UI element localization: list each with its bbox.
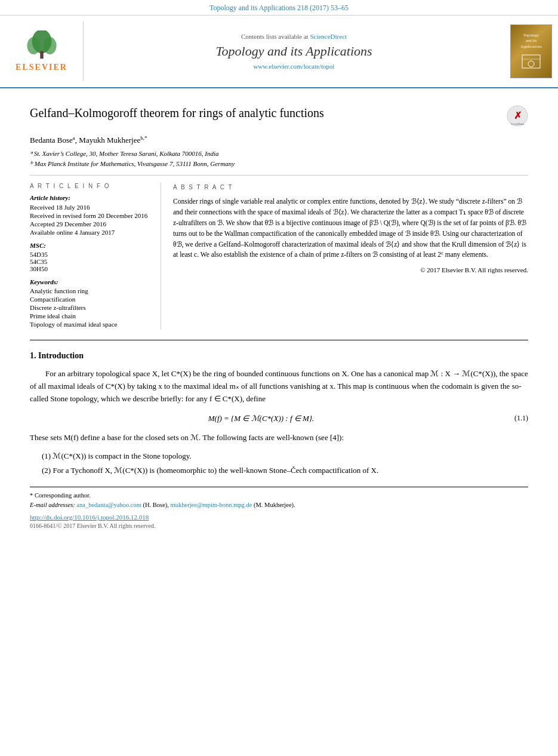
contents-available-label: Contents lists available at ScienceDirec… — [241, 33, 347, 40]
msc-3: 30H50 — [30, 265, 152, 272]
keyword-2: Compactification — [30, 296, 152, 303]
journal-name: Topology and its Applications — [215, 44, 372, 59]
elsevier-brand-text: ELSEVIER — [16, 63, 67, 72]
doi-line: http://dx.doi.org/10.1016/j.topol.2016.1… — [30, 514, 528, 521]
list-item-2: (2) For a Tychonoff X, ℳ(C*(X)) is (home… — [30, 465, 528, 477]
list-item-1: (1) ℳ(C*(X)) is compact in the Stone top… — [30, 450, 528, 463]
equation-text: M(f) = {M ∈ ℳ(C*(X)) : f ∈ M}. — [208, 414, 315, 423]
msc-2: 54C35 — [30, 258, 152, 265]
abstract-body-divider — [30, 340, 528, 340]
copyright-notice: © 2017 Elsevier B.V. All rights reserved… — [173, 265, 528, 275]
elsevier-leaf-icon — [18, 30, 66, 60]
elsevier-logo-block: ELSEVIER — [0, 21, 84, 81]
intro-number: 1. — [30, 351, 36, 360]
corresponding-author-note: * Corresponding author. E-mail addresses… — [30, 491, 528, 510]
svg-point-2 — [43, 37, 56, 54]
author-mukherjee-note: (M. Mukherjee). — [254, 502, 295, 508]
keywords-label: Keywords: — [30, 278, 152, 285]
journal-title-block: Contents lists available at ScienceDirec… — [84, 21, 504, 81]
affil-marker-a: a — [73, 135, 75, 141]
intro-title: Introduction — [38, 351, 84, 360]
equation-number: (1.1) — [492, 414, 528, 423]
journal-header: ELSEVIER Contents lists available at Sci… — [0, 16, 558, 88]
keyword-5: Topology of maximal ideal space — [30, 321, 152, 328]
journal-thumbnail-block: Topologyand itsApplications — [504, 21, 558, 81]
svg-rect-4 — [522, 55, 540, 68]
article-info-column: A R T I C L E I N F O Article history: R… — [30, 183, 161, 329]
msc-label: MSC: — [30, 242, 152, 249]
svg-text:CrossMark: CrossMark — [511, 122, 525, 125]
email-mukherjee[interactable]: mukherjee@mpim-bonn.mpg.de — [171, 502, 252, 508]
paper-title: Gelfand–Kolmogoroff theorem for rings of… — [30, 106, 501, 120]
star-note: * Corresponding author. — [30, 491, 528, 500]
footer-divider — [30, 487, 528, 487]
banner-text: Topology and its Applications 218 (2017)… — [209, 4, 349, 12]
journal-cover-text: Topologyand itsApplications — [520, 33, 542, 49]
article-info-heading: A R T I C L E I N F O — [30, 183, 152, 189]
article-history-block: Article history: Received 18 July 2016 R… — [30, 194, 152, 236]
header-divider — [30, 175, 528, 176]
affiliation-a: ᵃ St. Xavier’s College, 30, Mother Teres… — [30, 150, 528, 158]
svg-point-1 — [27, 37, 40, 54]
intro-paragraph-2: These sets M(f) define a base for the cl… — [30, 432, 528, 444]
keyword-4: Prime ideal chain — [30, 312, 152, 319]
revised-date: Received in revised form 20 December 201… — [30, 212, 152, 219]
email-bose[interactable]: ana_bedanta@yahoo.com — [76, 502, 141, 508]
doi-link[interactable]: http://dx.doi.org/10.1016/j.topol.2016.1… — [30, 514, 149, 521]
crossmark-icon: ✗ CrossMark — [507, 105, 528, 129]
issn-line: 0166-8641/© 2017 Elsevier B.V. All right… — [30, 523, 528, 529]
available-date: Available online 4 January 2017 — [30, 229, 152, 236]
equation-content: M(f) = {M ∈ ℳ(C*(X)) : f ∈ M}. — [30, 414, 492, 423]
main-content: Gelfand–Kolmogoroff theorem for rings of… — [0, 88, 558, 541]
journal-cover-thumb: Topologyand itsApplications — [510, 24, 552, 78]
svg-text:✗: ✗ — [514, 110, 522, 121]
author-bose-note: (H. Bose), — [143, 502, 171, 508]
author-mukherjee: Mayukh Mukherjeeb,* — [79, 136, 147, 145]
abstract-column: A B S T R A C T Consider rings of single… — [173, 183, 528, 329]
accepted-date: Accepted 29 December 2016 — [30, 220, 152, 228]
intro-paragraph-1: For an arbitrary topological space X, le… — [30, 368, 528, 405]
equation-1-1: M(f) = {M ∈ ℳ(C*(X)) : f ∈ M}. (1.1) — [30, 414, 528, 423]
intro-section-title: 1. Introduction — [30, 351, 528, 361]
affil-marker-b: b,* — [140, 135, 147, 141]
svg-rect-3 — [40, 51, 43, 59]
abstract-text: Consider rings of single variable real a… — [173, 196, 528, 260]
abstract-heading: A B S T R A C T — [173, 183, 528, 192]
sciencedirect-link[interactable]: ScienceDirect — [310, 33, 347, 40]
keyword-1: Analytic function ring — [30, 287, 152, 294]
author-bose: Bedanta Bosea — [30, 136, 75, 145]
article-info-abstract-section: A R T I C L E I N F O Article history: R… — [30, 183, 528, 329]
received-date: Received 18 July 2016 — [30, 204, 152, 211]
msc-block: MSC: 54D35 54C35 30H50 — [30, 242, 152, 272]
keyword-3: Discrete z-ultrafilters — [30, 304, 152, 311]
top-banner: Topology and its Applications 218 (2017)… — [0, 0, 558, 16]
authors-line: Bedanta Bosea, Mayukh Mukherjeeb,* — [30, 135, 528, 145]
email-label: E-mail addresses: — [30, 502, 76, 508]
msc-1: 54D35 — [30, 251, 152, 258]
journal-cover-icon — [519, 52, 543, 70]
affiliation-b: ᵇ Max Planck Institute for Mathematics, … — [30, 160, 528, 168]
keywords-block: Keywords: Analytic function ring Compact… — [30, 278, 152, 328]
journal-url: www.elsevier.com/locate/topol — [253, 63, 334, 70]
svg-point-6 — [528, 61, 534, 67]
email-note: E-mail addresses: ana_bedanta@yahoo.com … — [30, 500, 528, 510]
history-label: Article history: — [30, 194, 152, 201]
